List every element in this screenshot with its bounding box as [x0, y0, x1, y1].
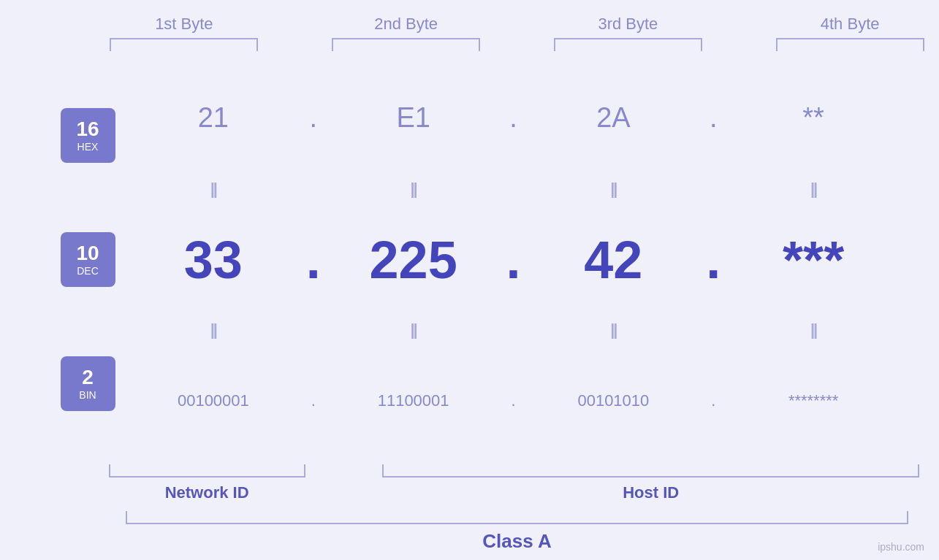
- equals-col-1d: ||: [731, 180, 895, 199]
- byte-bracket-top-2: [332, 38, 480, 51]
- dec-sep-1: .: [295, 230, 332, 290]
- dec-cell-4: ***: [731, 230, 895, 290]
- hex-cell-4: **: [731, 102, 895, 134]
- dec-dot-3: .: [706, 230, 721, 290]
- byte-label-1: 1st Byte: [155, 15, 213, 34]
- byte-bracket-top-3: [554, 38, 702, 51]
- equals-col-2c: ||: [532, 321, 696, 340]
- byte-label-3: 3rd Byte: [598, 15, 658, 34]
- content-grid: 16 HEX 10 DEC 2 BIN 21 .: [44, 58, 895, 461]
- byte-label-4: 4th Byte: [821, 15, 880, 34]
- byte-label-2: 2nd Byte: [374, 15, 438, 34]
- bin-value-1: 00100001: [178, 391, 249, 410]
- byte-col-2: 2nd Byte: [313, 15, 499, 51]
- equals-col-1b: ||: [332, 180, 495, 199]
- hex-cell-2: E1: [332, 102, 495, 134]
- equals-col-2b: ||: [332, 321, 495, 340]
- bin-dot-3: .: [711, 391, 715, 410]
- dec-cell-3: 42: [532, 230, 696, 290]
- dec-value-1: 33: [184, 230, 243, 290]
- bin-value-4: ********: [788, 391, 839, 410]
- hex-dot-1: .: [309, 102, 317, 134]
- hex-cell-3: 2A: [532, 102, 696, 134]
- equals-col-1a: ||: [132, 180, 295, 199]
- byte-col-4: 4th Byte: [757, 15, 939, 51]
- bin-sep-1: .: [295, 391, 332, 410]
- main-container: 1st Byte 2nd Byte 3rd Byte 4th Byte 16 H…: [0, 0, 939, 560]
- bin-cell-2: 11100001: [332, 391, 495, 410]
- host-id-label: Host ID: [623, 483, 679, 502]
- hex-dot-2: .: [509, 102, 517, 134]
- dec-value-2: 225: [370, 230, 457, 290]
- hex-cell-1: 21: [132, 102, 295, 134]
- class-section: Class A: [91, 511, 939, 553]
- bottom-section: Network ID Host ID: [91, 464, 939, 502]
- equals-row-2: || || || ||: [132, 319, 895, 341]
- bin-value-3: 00101010: [577, 391, 649, 410]
- hex-value-4: **: [802, 102, 824, 134]
- byte-col-1: 1st Byte: [91, 15, 277, 51]
- equals-col-1c: ||: [532, 180, 696, 199]
- hex-sep-1: .: [295, 102, 332, 134]
- equals-1b: ||: [410, 180, 416, 199]
- host-id-section: Host ID: [359, 464, 939, 502]
- badge-dec: 10 DEC: [61, 232, 115, 287]
- byte-bracket-top-4: [776, 38, 924, 51]
- network-id-label: Network ID: [165, 483, 249, 502]
- equals-2a: ||: [210, 321, 216, 340]
- equals-row-1: || || || ||: [132, 178, 895, 200]
- data-cols: 21 . E1 . 2A . **: [132, 58, 895, 461]
- bin-dot-1: .: [311, 391, 316, 410]
- equals-col-2a: ||: [132, 321, 295, 340]
- equals-1d: ||: [810, 180, 816, 199]
- hex-value-3: 2A: [596, 102, 630, 134]
- hex-value-1: 21: [198, 102, 229, 134]
- dec-cell-2: 225: [332, 230, 495, 290]
- equals-2b: ||: [410, 321, 416, 340]
- hex-dot-3: .: [710, 102, 718, 134]
- byte-headers: 1st Byte 2nd Byte 3rd Byte 4th Byte: [91, 15, 939, 51]
- equals-1a: ||: [210, 180, 216, 199]
- dec-value-4: ***: [783, 230, 844, 290]
- dec-data-row: 33 . 225 . 42 . ***: [132, 200, 895, 320]
- equals-2c: ||: [610, 321, 616, 340]
- class-bracket: [126, 511, 909, 524]
- badge-bin: 2 BIN: [61, 356, 115, 411]
- class-label: Class A: [482, 530, 551, 553]
- badges-col: 16 HEX 10 DEC 2 BIN: [44, 58, 132, 461]
- bin-value-2: 11100001: [378, 391, 449, 410]
- byte-bracket-top-1: [110, 38, 258, 51]
- bin-cell-1: 00100001: [132, 391, 295, 410]
- dec-dot-2: .: [506, 230, 520, 290]
- bin-dot-2: .: [511, 391, 515, 410]
- bracket-labels-row: Network ID Host ID: [91, 464, 939, 502]
- dec-dot-1: .: [306, 230, 321, 290]
- watermark: ipshu.com: [878, 541, 924, 553]
- hex-data-row: 21 . E1 . 2A . **: [132, 58, 895, 178]
- bin-sep-2: .: [495, 391, 532, 410]
- dec-sep-3: .: [695, 230, 731, 290]
- dec-value-3: 42: [584, 230, 642, 290]
- hex-sep-2: .: [495, 102, 532, 134]
- dec-sep-2: .: [495, 230, 532, 290]
- dec-cell-1: 33: [132, 230, 295, 290]
- bin-sep-3: .: [695, 391, 731, 410]
- bin-cell-3: 00101010: [532, 391, 696, 410]
- badge-hex: 16 HEX: [61, 108, 115, 163]
- bin-cell-4: ********: [731, 391, 895, 410]
- network-id-bracket: [109, 464, 305, 477]
- equals-col-2d: ||: [731, 321, 895, 340]
- hex-sep-3: .: [695, 102, 731, 134]
- host-id-bracket: [382, 464, 919, 477]
- byte-col-3: 3rd Byte: [536, 15, 721, 51]
- bin-data-row: 00100001 . 11100001 . 00101010 .: [132, 341, 895, 461]
- equals-2d: ||: [810, 321, 816, 340]
- hex-value-2: E1: [396, 102, 430, 134]
- network-id-section: Network ID: [91, 464, 322, 502]
- equals-1c: ||: [610, 180, 616, 199]
